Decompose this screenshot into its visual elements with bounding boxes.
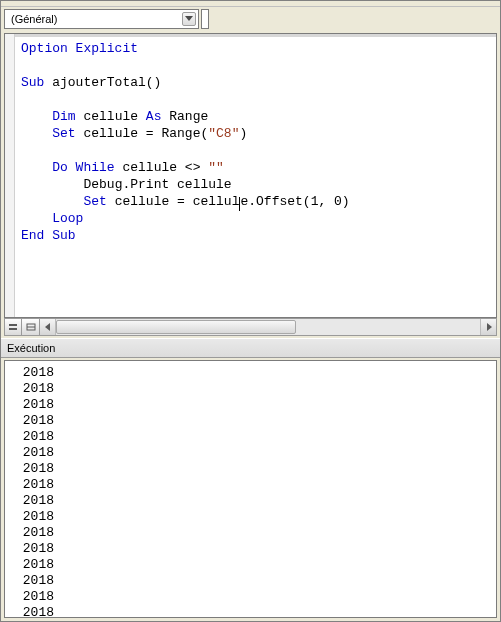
scroll-left-button[interactable] <box>40 319 56 335</box>
code-pane: Option Explicit Sub ajouterTotal() Dim c… <box>1 31 500 338</box>
code-text[interactable]: Option Explicit Sub ajouterTotal() Dim c… <box>21 40 492 244</box>
svg-rect-0 <box>9 324 17 326</box>
chevron-down-icon <box>182 12 196 26</box>
immediate-output-line: 2018 <box>15 605 496 618</box>
immediate-output-line: 2018 <box>15 381 496 397</box>
declarations-divider <box>5 34 496 37</box>
scroll-thumb[interactable] <box>56 320 296 334</box>
object-dropdown-value: (Général) <box>11 13 57 25</box>
immediate-output-line: 2018 <box>15 541 496 557</box>
immediate-output-line: 2018 <box>15 445 496 461</box>
immediate-output-line: 2018 <box>15 573 496 589</box>
code-editor[interactable]: Option Explicit Sub ajouterTotal() Dim c… <box>4 33 497 318</box>
immediate-output-line: 2018 <box>15 525 496 541</box>
immediate-output-line: 2018 <box>15 557 496 573</box>
scroll-right-button[interactable] <box>480 319 496 335</box>
text-caret <box>239 197 240 211</box>
full-module-view-button[interactable] <box>22 318 40 336</box>
immediate-output-line: 2018 <box>15 477 496 493</box>
svg-rect-1 <box>9 328 17 330</box>
object-dropdown[interactable]: (Général) <box>4 9 199 29</box>
object-proc-bar: (Général) <box>1 7 500 31</box>
immediate-output-line: 2018 <box>15 413 496 429</box>
horizontal-scrollbar[interactable] <box>40 318 497 336</box>
immediate-output-line: 2018 <box>15 365 496 381</box>
immediate-output-line: 2018 <box>15 397 496 413</box>
immediate-output-line: 2018 <box>15 589 496 605</box>
immediate-output-line: 2018 <box>15 461 496 477</box>
scroll-track[interactable] <box>56 319 480 335</box>
procedure-dropdown[interactable] <box>201 9 209 29</box>
immediate-output-line: 2018 <box>15 493 496 509</box>
margin-gutter <box>5 34 15 317</box>
immediate-window-title: Exécution <box>1 338 500 358</box>
immediate-output-line: 2018 <box>15 429 496 445</box>
immediate-output-line: 2018 <box>15 509 496 525</box>
vba-editor-window: (Général) Option Explicit Sub ajouterTot… <box>0 0 501 622</box>
code-view-controls <box>4 318 497 336</box>
procedure-view-button[interactable] <box>4 318 22 336</box>
immediate-window[interactable]: 2018 2018 2018 2018 2018 2018 2018 2018 … <box>4 360 497 618</box>
